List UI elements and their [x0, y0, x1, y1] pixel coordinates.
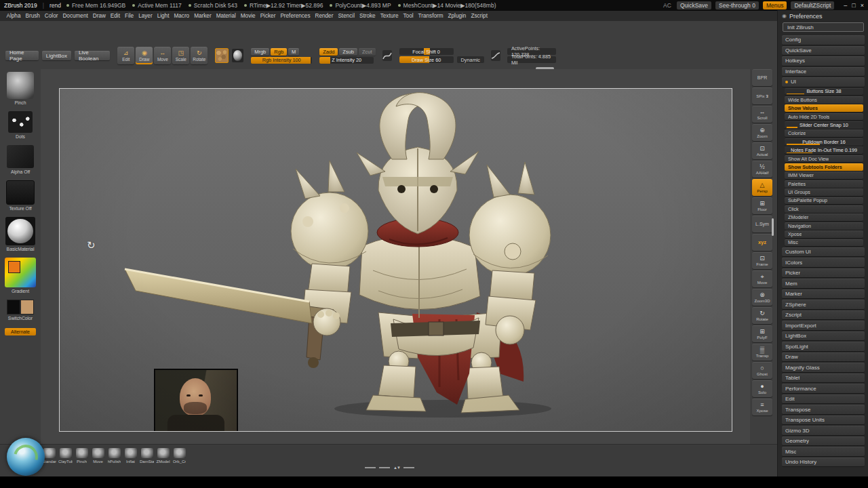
- pref-ui-groups[interactable]: UI Groups: [785, 188, 863, 196]
- pref-config[interactable]: Config: [782, 35, 865, 45]
- mode-scale[interactable]: ◳ Scale: [172, 47, 189, 64]
- tool-basicmaterial[interactable]: BasicMaterial: [5, 217, 35, 251]
- pref-edit[interactable]: Edit: [782, 394, 865, 404]
- tool-gradient[interactable]: Gradient: [5, 258, 36, 293]
- sculpt-mode-zsub[interactable]: Zsub: [339, 48, 357, 56]
- menu-file[interactable]: File: [122, 13, 136, 19]
- pref-show-subtools-folders[interactable]: Show Subtools Folders: [785, 163, 863, 171]
- paint-mode-mrgb[interactable]: Mrgb: [251, 48, 269, 56]
- sensitivity-curve-icon[interactable]: [491, 50, 500, 61]
- pref-misc[interactable]: Misc: [782, 447, 865, 456]
- pref-interface[interactable]: Interface: [782, 67, 865, 77]
- pref-mem[interactable]: Mem: [782, 279, 865, 288]
- pref-gizmo-3d[interactable]: Gizmo 3D: [782, 426, 865, 435]
- dock-xyz[interactable]: xyz: [752, 234, 772, 251]
- dynamic-button[interactable]: Dynamic: [457, 56, 484, 63]
- pref-xpose[interactable]: Xpose: [785, 230, 863, 238]
- menu-movie[interactable]: Movie: [238, 13, 258, 19]
- dock-rotate[interactable]: ↻ Rotate: [752, 307, 772, 324]
- sculpt-mode-zcut[interactable]: Zcut: [359, 48, 376, 56]
- paint-mode-m[interactable]: M: [288, 48, 299, 56]
- tray-brush-inflat[interactable]: Inflat: [123, 448, 138, 464]
- init-zbrush-button[interactable]: Init ZBrush: [783, 22, 864, 32]
- dock-transp[interactable]: ▒ Transp: [752, 344, 772, 361]
- titlebar-button-see-through-0[interactable]: See-through 0: [715, 1, 759, 9]
- tray-brush-pinch[interactable]: Pinch: [75, 448, 89, 464]
- pref-custom-ui[interactable]: Custom UI: [782, 247, 865, 257]
- mode-rotate[interactable]: ↻ Rotate: [191, 47, 208, 64]
- menu-material[interactable]: Material: [214, 13, 238, 19]
- menu-marker[interactable]: Marker: [192, 13, 214, 19]
- menu-edit[interactable]: Edit: [108, 13, 122, 19]
- dock-scroll[interactable]: ↔ Scroll: [752, 106, 772, 123]
- pref-slider-center-snap-10[interactable]: Slider Center Snap 10: [785, 121, 863, 129]
- dock-floor[interactable]: ⊞ Floor: [752, 197, 772, 214]
- dock-zoom[interactable]: ⊕ Zoom: [752, 124, 772, 141]
- focal-shift-slider[interactable]: Focal Shift 0: [399, 48, 454, 55]
- tool-switchcolor[interactable]: SwitchColor: [7, 300, 34, 321]
- dock-solo[interactable]: ● Solo: [752, 380, 772, 397]
- paint-mode-rgb[interactable]: Rgb: [271, 48, 287, 56]
- menu-draw[interactable]: Draw: [90, 13, 108, 19]
- pref-palettes[interactable]: Palettes: [785, 180, 863, 188]
- pref-undo-history[interactable]: Undo History: [782, 458, 865, 467]
- dock-l-sym[interactable]: L.Sym: [752, 216, 772, 232]
- menu-stroke[interactable]: Stroke: [357, 13, 378, 19]
- menu-alpha[interactable]: Alpha: [4, 13, 23, 19]
- pref-colorize[interactable]: Colorize: [785, 129, 863, 137]
- material-sphere-icon[interactable]: [232, 49, 243, 62]
- brush-texture-icon[interactable]: [215, 48, 228, 63]
- menu-zplugin[interactable]: Zplugin: [446, 13, 469, 19]
- menu-layer[interactable]: Layer: [136, 13, 155, 19]
- stroke-curve-icon[interactable]: [382, 50, 392, 61]
- pref-importexport[interactable]: ImportExport: [782, 321, 865, 330]
- titlebar-button-ac[interactable]: AC: [662, 1, 673, 9]
- pref-icolors[interactable]: IColors: [782, 258, 865, 267]
- pref-ui[interactable]: UI: [782, 77, 865, 87]
- pref-transpose-units[interactable]: Transpose Units: [782, 415, 865, 425]
- dock-aahalf[interactable]: ½ AAHalf: [752, 161, 772, 178]
- pref-lightbox[interactable]: LightBox: [782, 331, 865, 341]
- pref-subpalette-popup[interactable]: SubPalette Popup: [785, 197, 863, 205]
- pref-picker[interactable]: Picker: [782, 268, 865, 278]
- menu-macro[interactable]: Macro: [172, 13, 192, 19]
- dock-zoom3d[interactable]: ⊗ Zoom3D: [752, 289, 772, 306]
- pref-click[interactable]: Click: [785, 205, 863, 213]
- dock-spix[interactable]: SPix 3: [752, 87, 772, 104]
- dock-xpose[interactable]: ≡ Xpose: [752, 399, 772, 415]
- menu-render[interactable]: Render: [313, 13, 336, 19]
- pref-show-alt-doc-view[interactable]: Show Alt Doc View: [785, 155, 863, 163]
- pref-marker[interactable]: Marker: [782, 289, 865, 299]
- rgb-intensity-slider[interactable]: Rgb Intensity 100: [251, 57, 312, 64]
- pref-buttons-size-38[interactable]: Buttons Size 38: [785, 88, 863, 96]
- menu-stencil[interactable]: Stencil: [336, 13, 357, 19]
- draw-size-slider[interactable]: Draw Size 60: [399, 56, 454, 63]
- pref-hotkeys[interactable]: Hotkeys: [782, 56, 865, 66]
- menu-light[interactable]: Light: [155, 13, 172, 19]
- dock-actual[interactable]: ⊡ Actual: [752, 142, 772, 159]
- dock-bpr[interactable]: BPR: [752, 69, 772, 86]
- menu-transform[interactable]: Transform: [416, 13, 446, 19]
- menu-texture[interactable]: Texture: [378, 13, 401, 19]
- mode-edit[interactable]: ⊿ Edit: [117, 47, 134, 64]
- dock-move[interactable]: ⌖ Move: [752, 270, 772, 287]
- pref-magnify-glass[interactable]: Magnify Glass: [782, 363, 865, 372]
- mode-draw[interactable]: ◉ Draw: [136, 47, 153, 64]
- tray-brush-claytub[interactable]: ClayTub: [58, 448, 73, 464]
- tray-brush-hpolish[interactable]: hPolish: [107, 448, 121, 464]
- dock-polyf[interactable]: ⊞ PolyF: [752, 325, 772, 342]
- pref-quicksave[interactable]: QuickSave: [782, 46, 865, 56]
- lightbox-button[interactable]: LightBox: [42, 51, 71, 60]
- pref-spotlight[interactable]: SpotLight: [782, 342, 865, 351]
- pref-geometry[interactable]: Geometry: [782, 436, 865, 446]
- dock-ghost[interactable]: ○ Ghost: [752, 362, 772, 379]
- menu-preferences[interactable]: Preferences: [278, 13, 313, 19]
- tray-brush-zmodel[interactable]: ZModel: [156, 448, 170, 464]
- tray-brush-orb-cr[interactable]: Orb_Cr: [172, 448, 186, 464]
- window-control-[interactable]: □: [852, 3, 855, 9]
- tool-texture-off[interactable]: Texture Off: [6, 180, 35, 211]
- titlebar-button-defaultzscript[interactable]: DefaultZScript: [791, 1, 834, 9]
- live-boolean-button[interactable]: Live Boolean: [75, 51, 110, 60]
- tool-alternate[interactable]: Alternate: [5, 327, 36, 336]
- sculpt-mode-zadd[interactable]: Zadd: [319, 48, 338, 56]
